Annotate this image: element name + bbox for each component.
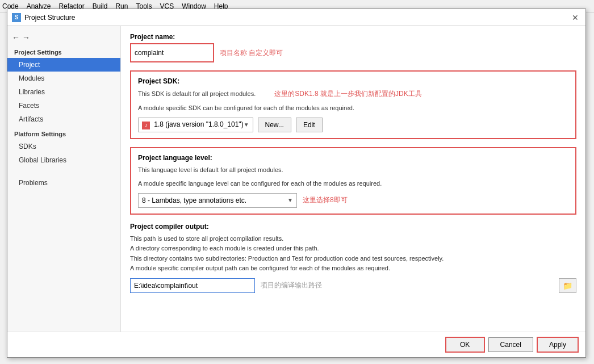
project-name-section: Project name: 项目名称 自定义即可 bbox=[130, 33, 576, 62]
language-section: Project language level: This language le… bbox=[130, 147, 576, 215]
cancel-button[interactable]: Cancel bbox=[488, 337, 533, 352]
sidebar: ← → Project Settings Project Modules Lib… bbox=[7, 26, 121, 332]
java-icon: J bbox=[142, 122, 150, 129]
new-sdk-button[interactable]: New... bbox=[258, 118, 291, 132]
compiler-desc: This path is used to store all project c… bbox=[130, 234, 576, 274]
dialog-titlebar: S Project Structure ✕ bbox=[7, 9, 585, 26]
compiler-title: Project compiler output: bbox=[130, 223, 576, 231]
main-content: Project name: 项目名称 自定义即可 Project SDK: Th… bbox=[121, 26, 585, 332]
compiler-section: Project compiler output: This path is us… bbox=[130, 223, 576, 293]
project-name-label: Project name: bbox=[130, 33, 576, 41]
sidebar-item-project[interactable]: Project bbox=[7, 58, 120, 72]
language-row: 8 - Lambdas, type annotations etc. ▼ 这里选… bbox=[138, 193, 568, 208]
dialog-icon: S bbox=[12, 13, 21, 22]
language-annotation: 这里选择8即可 bbox=[303, 195, 348, 205]
sdk-desc2: A module specific SDK can be configured … bbox=[138, 103, 568, 113]
apply-button[interactable]: Apply bbox=[537, 337, 579, 353]
project-name-annotation: 项目名称 自定义即可 bbox=[220, 48, 283, 58]
sdk-section: Project SDK: This SDK is default for all… bbox=[130, 70, 576, 139]
edit-sdk-button[interactable]: Edit bbox=[296, 118, 323, 132]
dialog-footer: OK Cancel Apply bbox=[7, 332, 585, 357]
sidebar-item-sdks[interactable]: SDKs bbox=[7, 140, 120, 153]
forward-arrow[interactable]: → bbox=[22, 33, 30, 42]
sidebar-item-libraries[interactable]: Libraries bbox=[7, 85, 120, 99]
sidebar-item-global-libraries[interactable]: Global Libraries bbox=[7, 153, 120, 167]
sidebar-item-artifacts[interactable]: Artifacts bbox=[7, 112, 120, 126]
sidebar-item-modules[interactable]: Modules bbox=[7, 72, 120, 85]
folder-browse-button[interactable]: 📁 bbox=[559, 278, 576, 293]
project-structure-dialog: S Project Structure ✕ ← → Project Settin… bbox=[7, 9, 586, 358]
language-desc2: A module specific language level can be … bbox=[138, 179, 568, 189]
problems-section-spacer bbox=[7, 171, 120, 176]
sidebar-item-problems[interactable]: Problems bbox=[7, 176, 120, 190]
back-arrow[interactable]: ← bbox=[12, 33, 20, 42]
sdk-dropdown[interactable]: J 1.8 (java version "1.8.0_101") ▼ bbox=[138, 118, 253, 132]
language-title: Project language level: bbox=[138, 154, 568, 162]
platform-settings-label: Platform Settings bbox=[7, 128, 120, 140]
sdk-chevron-icon: ▼ bbox=[244, 122, 249, 128]
project-settings-label: Project Settings bbox=[7, 47, 120, 58]
language-chevron-icon: ▼ bbox=[287, 197, 293, 203]
sdk-annotation: 这里的SDK1.8 就是上一步我们新配置的JDK工具 bbox=[274, 90, 421, 98]
language-dropdown[interactable]: 8 - Lambdas, type annotations etc. ▼ bbox=[138, 193, 297, 208]
sdk-row: J 1.8 (java version "1.8.0_101") ▼ New..… bbox=[138, 118, 568, 132]
ok-button[interactable]: OK bbox=[445, 337, 485, 353]
project-name-input[interactable] bbox=[132, 45, 212, 60]
dialog-body: ← → Project Settings Project Modules Lib… bbox=[7, 26, 585, 332]
compiler-output-input[interactable] bbox=[130, 278, 255, 293]
compiler-output-row: 项目的编译输出路径 📁 bbox=[130, 278, 576, 293]
nav-arrows: ← → bbox=[7, 31, 120, 44]
output-annotation: 项目的编译输出路径 bbox=[261, 281, 553, 290]
language-desc1: This language level is default for all p… bbox=[138, 165, 568, 175]
sdk-value: 1.8 (java version "1.8.0_101") bbox=[154, 120, 243, 128]
dialog-title: Project Structure bbox=[24, 14, 570, 22]
language-value: 8 - Lambdas, type annotations etc. bbox=[142, 196, 246, 204]
sdk-title: Project SDK: bbox=[138, 77, 568, 85]
close-button[interactable]: ✕ bbox=[570, 12, 581, 23]
sdk-desc1: This SDK is default for all project modu… bbox=[138, 89, 568, 99]
sidebar-item-facets[interactable]: Facets bbox=[7, 99, 120, 112]
